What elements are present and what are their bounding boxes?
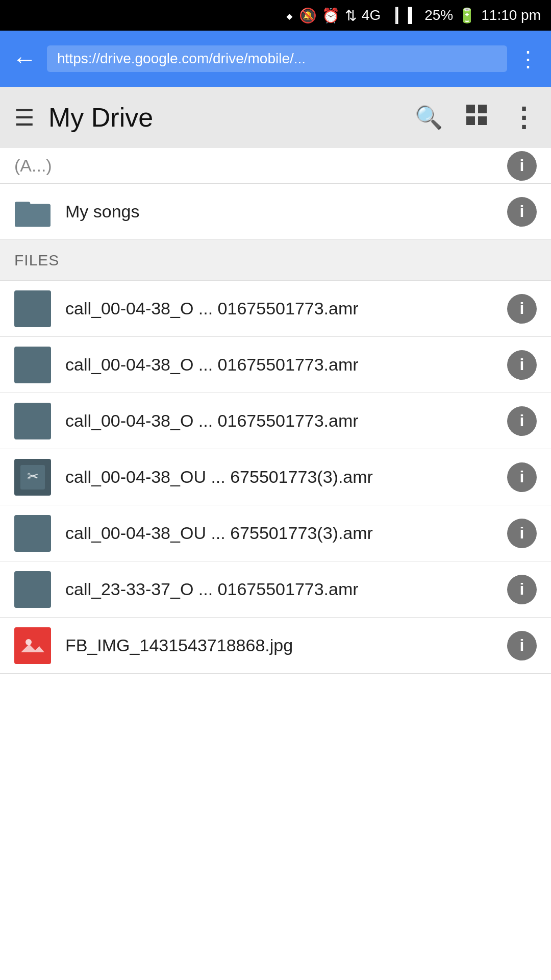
info-button[interactable]: i: [507, 197, 537, 227]
audio-file-icon: [14, 290, 51, 327]
header-more-button[interactable]: ⋮: [510, 102, 537, 133]
grid-icon: [465, 104, 488, 126]
file-name: call_00-04-38_OU ... 675501773(3).amr: [65, 467, 493, 487]
list-item[interactable]: call_00-04-38_OU ... 675501773(3).amr i: [0, 505, 551, 561]
file-name: call_23-33-37_O ... 01675501773.amr: [65, 579, 493, 599]
list-item[interactable]: ✂ call_00-04-38_OU ... 675501773(3).amr …: [0, 449, 551, 505]
list-item[interactable]: call_00-04-38_O ... 01675501773.amr i: [0, 393, 551, 449]
list-item[interactable]: call_00-04-38_O ... 01675501773.amr i: [0, 337, 551, 393]
status-icons: ⬥ 🔕 ⏰ ⇅ 4G ▕▏▍ 25% 🔋 11:10 pm: [285, 7, 541, 24]
svg-text:✂: ✂: [27, 469, 39, 484]
folder-name: My songs: [65, 202, 493, 222]
svg-rect-6: [15, 204, 51, 226]
info-button[interactable]: i: [507, 631, 537, 660]
svg-rect-9: [21, 634, 44, 657]
section-label: Files: [14, 252, 59, 269]
svg-point-10: [26, 639, 32, 645]
file-name: FB_IMG_1431543718868.jpg: [65, 635, 493, 655]
battery-percent: 25%: [424, 7, 453, 23]
signal-label: 4G: [362, 7, 381, 23]
list-item[interactable]: FB_IMG_1431543718868.jpg i: [0, 618, 551, 674]
info-button[interactable]: i: [507, 462, 537, 492]
bluetooth-icon: ⬥: [285, 7, 294, 23]
svg-rect-1: [478, 105, 487, 113]
info-button[interactable]: i: [507, 350, 537, 380]
section-header-files: Files: [0, 240, 551, 281]
audio-file-icon: [14, 403, 51, 439]
scroll-hint-row: (A...) i: [0, 148, 551, 184]
grid-view-button[interactable]: [465, 104, 488, 131]
hamburger-menu-button[interactable]: ☰: [14, 105, 34, 131]
time-display: 11:10 pm: [481, 7, 541, 23]
search-button[interactable]: 🔍: [415, 104, 443, 131]
file-name: call_00-04-38_O ... 01675501773.amr: [65, 355, 493, 375]
address-bar: ← https://drive.google.com/drive/mobile/…: [0, 31, 551, 87]
folder-icon-container: [14, 193, 51, 230]
scroll-hint-info: i: [507, 151, 537, 181]
info-button-hint[interactable]: i: [507, 151, 537, 181]
svg-rect-2: [466, 116, 475, 125]
svg-rect-3: [478, 116, 487, 125]
signal-bars: ▕▏▍: [386, 7, 419, 24]
file-name: call_00-04-38_OU ... 675501773(3).amr: [65, 523, 493, 543]
audio-file-icon: [14, 515, 51, 552]
list-item[interactable]: call_00-04-38_O ... 01675501773.amr i: [0, 281, 551, 337]
browser-back-button[interactable]: ←: [12, 45, 37, 73]
info-button[interactable]: i: [507, 294, 537, 324]
data-transfer-icon: ⇅: [345, 7, 357, 24]
image-file-icon: [14, 627, 51, 664]
status-bar: ⬥ 🔕 ⏰ ⇅ 4G ▕▏▍ 25% 🔋 11:10 pm: [0, 0, 551, 31]
audio-alt-file-icon: ✂: [14, 459, 51, 496]
folder-icon: [15, 194, 51, 230]
app-header: ☰ My Drive 🔍 ⋮: [0, 87, 551, 148]
audio-file-icon: [14, 571, 51, 608]
list-item[interactable]: My songs i: [0, 184, 551, 240]
browser-more-button[interactable]: ⋮: [517, 46, 539, 71]
list-item[interactable]: call_23-33-37_O ... 01675501773.amr i: [0, 561, 551, 618]
info-button[interactable]: i: [507, 519, 537, 548]
audio-file-icon: [14, 347, 51, 383]
scroll-hint-text: (A...): [14, 156, 52, 176]
file-name: call_00-04-38_O ... 01675501773.amr: [65, 299, 493, 318]
info-button[interactable]: i: [507, 575, 537, 604]
mute-icon: 🔕: [299, 7, 317, 24]
svg-rect-0: [466, 105, 475, 113]
page-title: My Drive: [48, 102, 400, 133]
url-bar[interactable]: https://drive.google.com/drive/mobile/..…: [47, 45, 507, 72]
info-button[interactable]: i: [507, 406, 537, 436]
battery-icon: 🔋: [458, 7, 476, 24]
alarm-icon: ⏰: [322, 7, 340, 24]
file-name: call_00-04-38_O ... 01675501773.amr: [65, 411, 493, 431]
